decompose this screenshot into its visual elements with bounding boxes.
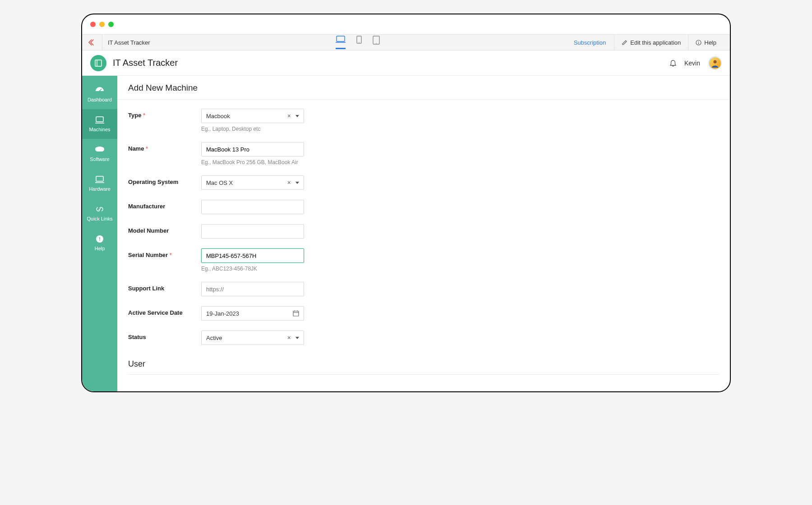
preview-desktop-button[interactable] — [336, 36, 346, 49]
status-value: Active — [206, 335, 222, 341]
machines-icon — [95, 116, 105, 124]
manufacturer-label: Manufacturer — [128, 203, 165, 210]
type-value: Macbook — [206, 113, 230, 119]
sidebar-item-help[interactable]: ! Help — [82, 228, 117, 258]
sidebar-item-label: Hardware — [89, 186, 111, 192]
topbar: IT Asset Tracker Subscription Edit this … — [82, 34, 730, 50]
dashboard-icon — [95, 86, 105, 94]
sidebar-item-quicklinks[interactable]: Quick Links — [82, 198, 117, 228]
edit-application-label: Edit this application — [630, 39, 681, 46]
os-value: Mac OS X — [206, 179, 233, 186]
pencil-icon — [622, 40, 627, 46]
header: IT Asset Tracker Kevin — [82, 50, 730, 76]
sidebar: Dashboard Machines Software Hardware — [82, 76, 117, 391]
svg-rect-20 — [293, 311, 299, 316]
type-hint: Eg., Laptop, Desktop etc — [201, 126, 309, 132]
field-name: Name * Eg., MacBook Pro 256 GB, MacBook … — [128, 142, 719, 165]
clear-icon[interactable]: × — [287, 179, 291, 186]
user-section-title: User — [128, 355, 719, 375]
sidebar-item-label: Machines — [89, 127, 110, 132]
window-maximize-button[interactable] — [108, 22, 114, 27]
hardware-icon — [95, 175, 105, 184]
os-label: Operating System — [128, 179, 178, 185]
info-icon — [696, 40, 701, 46]
field-serial: Serial Number * Eg., ABC123-456-78JK — [128, 248, 719, 272]
svg-text:!: ! — [99, 236, 101, 242]
chevron-down-icon[interactable] — [295, 115, 299, 117]
topbar-app-name: IT Asset Tracker — [102, 34, 150, 50]
field-active-date: Active Service Date 19-Jan-2023 — [128, 306, 719, 321]
sidebar-item-software[interactable]: Software — [82, 139, 117, 169]
page-title: Add New Machine — [117, 76, 730, 100]
chevron-down-icon[interactable] — [295, 337, 299, 339]
field-status: Status Active × — [128, 331, 719, 345]
help-icon: ! — [95, 235, 105, 243]
help-label: Help — [704, 39, 716, 46]
sidebar-item-label: Dashboard — [88, 97, 112, 102]
sidebar-item-dashboard[interactable]: Dashboard — [82, 79, 117, 109]
svg-rect-0 — [337, 36, 345, 41]
preview-mobile-button[interactable] — [356, 36, 362, 49]
os-select[interactable]: Mac OS X × — [201, 175, 304, 190]
svg-rect-16 — [96, 176, 103, 181]
app-logo-icon — [90, 55, 106, 71]
svg-point-11 — [714, 60, 717, 63]
svg-point-3 — [359, 42, 360, 43]
field-support: Support Link — [128, 282, 719, 296]
user-name: Kevin — [684, 60, 700, 67]
model-input[interactable] — [201, 224, 304, 239]
name-label: Name — [128, 145, 144, 152]
support-input[interactable] — [201, 282, 304, 296]
main-content: Add New Machine Type * Macbook × Eg., La… — [117, 76, 730, 391]
svg-rect-14 — [96, 117, 103, 122]
notifications-bell-icon[interactable] — [669, 60, 676, 67]
chevron-down-icon[interactable] — [295, 182, 299, 184]
name-hint: Eg., MacBook Pro 256 GB, MacBook Air — [201, 159, 309, 165]
manufacturer-input[interactable] — [201, 200, 304, 214]
active-date-input[interactable]: 19-Jan-2023 — [201, 306, 304, 321]
type-label: Type — [128, 112, 141, 119]
calendar-icon[interactable] — [293, 310, 299, 317]
form: Type * Macbook × Eg., Laptop, Desktop et… — [117, 100, 730, 345]
svg-rect-9 — [95, 60, 102, 66]
clear-icon[interactable]: × — [287, 112, 291, 119]
user-avatar[interactable] — [708, 56, 722, 70]
status-label: Status — [128, 334, 146, 340]
window-close-button[interactable] — [90, 22, 96, 27]
sidebar-item-label: Software — [90, 156, 109, 162]
body: Dashboard Machines Software Hardware — [82, 76, 730, 391]
sidebar-item-machines[interactable]: Machines — [82, 109, 117, 139]
back-icon[interactable] — [88, 39, 97, 46]
name-input[interactable] — [201, 142, 304, 156]
clear-icon[interactable]: × — [287, 334, 291, 341]
status-select[interactable]: Active × — [201, 331, 304, 345]
field-model: Model Number — [128, 224, 719, 239]
sidebar-item-label: Help — [95, 246, 105, 251]
svg-point-5 — [376, 43, 377, 44]
active-date-value: 19-Jan-2023 — [206, 310, 239, 317]
serial-hint: Eg., ABC123-456-78JK — [201, 266, 309, 272]
app-title: IT Asset Tracker — [113, 58, 178, 68]
svg-point-7 — [698, 41, 699, 42]
serial-label: Serial Number — [128, 252, 168, 258]
software-icon — [95, 146, 105, 154]
edit-application-button[interactable]: Edit this application — [614, 34, 688, 50]
help-button[interactable]: Help — [688, 34, 724, 50]
window-minimize-button[interactable] — [99, 22, 105, 27]
active-date-label: Active Service Date — [128, 309, 183, 316]
titlebar — [82, 14, 730, 34]
serial-input[interactable] — [201, 248, 304, 263]
type-select[interactable]: Macbook × — [201, 109, 304, 123]
field-os: Operating System Mac OS X × — [128, 175, 719, 190]
subscription-link[interactable]: Subscription — [566, 39, 614, 46]
user-form: Employee First Name Last Name Departmen — [117, 384, 730, 391]
app-window: IT Asset Tracker Subscription Edit this … — [81, 14, 731, 392]
field-type: Type * Macbook × Eg., Laptop, Desktop et… — [128, 109, 719, 132]
support-label: Support Link — [128, 285, 164, 292]
preview-tablet-button[interactable] — [373, 36, 380, 49]
field-manufacturer: Manufacturer — [128, 200, 719, 214]
link-icon — [95, 205, 105, 213]
sidebar-item-label: Quick Links — [87, 216, 113, 221]
model-label: Model Number — [128, 227, 169, 234]
sidebar-item-hardware[interactable]: Hardware — [82, 169, 117, 198]
